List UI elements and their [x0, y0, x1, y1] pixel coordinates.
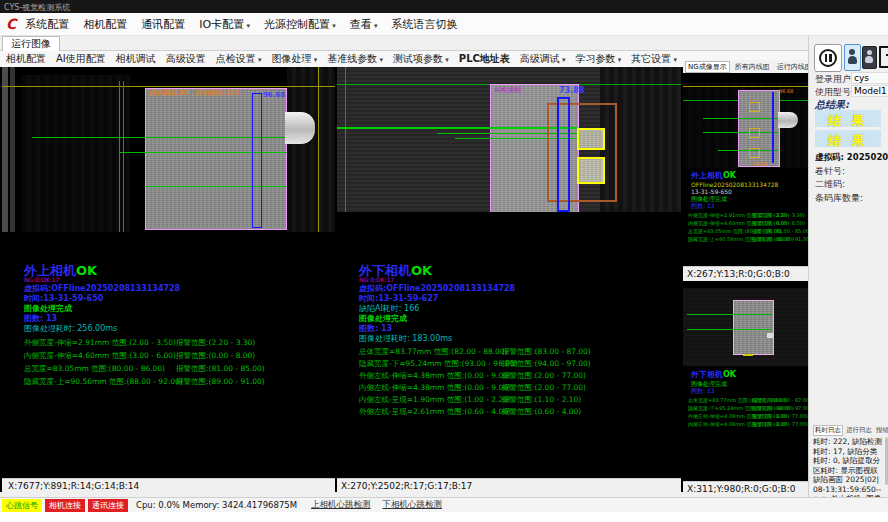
coords-status-strip: X:267;Y:13;R:0;G:0;B:0 [683, 266, 808, 281]
log-tab-elapsed[interactable]: 耗时日志 [813, 425, 843, 436]
defect-rect-yellow [749, 128, 760, 138]
mini-count-line: 图数: 13 [691, 202, 715, 211]
defect-mark-yellow [743, 354, 753, 356]
menu-item-light-config[interactable]: 光源控制配置 [264, 17, 336, 32]
window-title: CYS-视觉检测系统 [4, 2, 70, 13]
alarm-range: 报警范围:(0.60 - 4.00) [502, 407, 581, 417]
tab-run-image[interactable]: 运行图像 [2, 36, 60, 51]
mini-time-line: 13-31-59-650 [691, 188, 732, 195]
pause-icon [819, 49, 837, 67]
menu-item-system-config[interactable]: 系统配置 [25, 17, 69, 32]
measure-value-blue: 73.88 [559, 86, 584, 95]
menu-bar: C 系统配置 相机配置 通讯配置 IO卡配置 光源控制配置 查看 系统语言切换 [0, 13, 888, 36]
heartbeat-badge: 心跳信号 [2, 499, 42, 512]
app-window: CYS-视觉检测系统 C 系统配置 相机配置 通讯配置 IO卡配置 光源控制配置… [0, 0, 888, 522]
result-box-1: 结 果 [815, 110, 881, 127]
toolbar-advanced-settings[interactable]: 高级设置 [166, 52, 206, 66]
alarm-range: 报警范围:(83.00 - 87.00) [502, 347, 591, 357]
measurement-left: 外侧左线-伸缩=4.38mm 范围:(0.00 - 9.00) [359, 371, 511, 381]
menu-item-comm-config[interactable]: 通讯配置 [141, 17, 185, 32]
menu-item-view[interactable]: 查看 [350, 17, 378, 32]
model-value[interactable]: Model1 [851, 85, 888, 97]
ng-counter-line: NG:0;OK:17 [24, 276, 59, 283]
pixel-coords: X:7677;Y:891;R:14;G:14;B:14 [8, 481, 139, 491]
mini-tab-strip: NG成像显示 所有内线图 运行内线图 [683, 60, 808, 74]
toolbar-spot-check[interactable]: 点检设置 [216, 52, 262, 66]
mini-tab-ng-display[interactable]: NG成像显示 [685, 61, 730, 73]
alarm-range: 报警范围:(2.00 - 77.00) [752, 413, 808, 419]
pixel-coords: X:270;Y:2502;R:17;G:17;B:17 [341, 481, 472, 491]
toolbar-plc-address-table[interactable]: PLC地址表 [459, 52, 510, 66]
machinery-strip [10, 67, 15, 232]
coords-status-strip: X:7677;Y:891;R:14;G:14;B:14 [2, 478, 335, 493]
toolbar-camera-config[interactable]: 相机配置 [6, 52, 46, 66]
menu-item-camera-config[interactable]: 相机配置 [83, 17, 127, 32]
mini-image-bottom[interactable] [683, 283, 808, 366]
result-text: 结 果 [828, 133, 868, 148]
overlay-value-top: 96.68 [779, 88, 793, 94]
coords-status-strip: X:311;Y:980;R:0;G:0;B:0 [683, 481, 808, 496]
exit-button[interactable] [878, 44, 888, 69]
comm-connection-badge: 通讯连接 [88, 499, 128, 512]
upper-camera-heartbeat-label: 上相机心跳检测 [311, 499, 371, 511]
roi-line-yellow-h [2, 86, 335, 87]
threshold-label: 好的阈值:93，坏的阈值:100 [149, 88, 239, 98]
log-tab-error[interactable]: 报错日志 [875, 426, 888, 435]
exit-door-icon [879, 46, 888, 68]
log-tab-strip: 耗时日志 运行日志 报错日志 [813, 424, 887, 436]
metal-detail [767, 333, 773, 338]
toolbar-advanced-debug[interactable]: 高级调试 [520, 52, 566, 66]
mini-panel-bottom: 外下相机OK 图像处理完成 图数: 13 总体宽度=83.77mm 范围:(82… [683, 281, 808, 495]
ng-counter-line: NG:0;OK:17 [359, 276, 394, 283]
cpu-memory-readout: Cpu: 0.0% Memory: 3424.41796875M [136, 500, 297, 510]
user-icon [849, 49, 855, 55]
metal-clip [778, 112, 798, 128]
login-user-value[interactable]: cys [851, 72, 888, 84]
machinery-right [287, 67, 335, 232]
alarm-range: 报警范围:(94.00 - 97.00) [502, 359, 591, 369]
toolbar-ai-usage-config[interactable]: AI使用配置 [56, 52, 106, 66]
green-line-h [703, 118, 778, 119]
tab-strip: 运行图像 [0, 36, 810, 51]
toolbar-other-settings[interactable]: 其它设置 [631, 52, 677, 66]
mini-tab-all-lines[interactable]: 所有内线图 [733, 62, 772, 72]
coords-status-strip: X:270;Y:2502;R:17;G:17;B:17 [337, 478, 681, 493]
green-line-v [123, 81, 124, 232]
alarm-range: 报警范围:(81.00 - 85.00) [752, 228, 811, 234]
result-ok: OK [723, 370, 736, 379]
camera-image-upper[interactable]: 好的阈值:93，坏的阈值:100 96.68 [2, 67, 335, 232]
barcode-store-count-label: 条码库数量: [815, 192, 863, 205]
admin-mode-button[interactable] [862, 46, 877, 69]
toolbar-test-item-params[interactable]: 测试项参数 [393, 52, 449, 66]
alarm-range: 报警范围:(0.00 - 8.00) [752, 220, 805, 226]
mini-image-top[interactable]: 96.68 90.56 [683, 73, 808, 168]
toolbar-camera-debug[interactable]: 相机调试 [116, 52, 156, 66]
measurement-left: 隐藏宽度-上=90.56mm 范围:(88.00 - 92.00) [24, 377, 183, 387]
roi-line-yellow-h [683, 86, 808, 87]
menu-item-io-config[interactable]: IO卡配置 [199, 17, 250, 32]
operator-mode-button[interactable] [844, 44, 861, 71]
toolbar-baseline-params[interactable]: 基准线参数 [327, 52, 383, 66]
defect-rect-yellow [749, 102, 760, 112]
pause-button[interactable] [814, 44, 842, 72]
ai-detect-box-label: AI检测框 [494, 85, 522, 95]
toolbar-image-processing[interactable]: 图像处理 [272, 52, 318, 66]
alarm-range: 报警范围:(2.00 - 77.00) [502, 383, 586, 393]
defect-rect-yellow [577, 157, 605, 184]
alarm-range: 报警范围:(89.00 - 91.00) [176, 377, 265, 387]
alarm-range: 报警范围:(0.00 - 8.00) [176, 351, 255, 361]
camera-name: 外下相机 [691, 370, 723, 379]
defect-rect-yellow [577, 128, 605, 150]
green-line-h [145, 186, 287, 187]
green-line-h [32, 137, 287, 138]
menu-item-language-switch[interactable]: 系统语言切换 [391, 17, 457, 32]
alarm-range: 报警范围:(81.00 - 85.00) [176, 364, 265, 374]
login-user-label: 登录用户: [815, 73, 854, 86]
mini-count-line: 图数: 13 [691, 387, 715, 396]
green-line-v [119, 81, 120, 232]
camera-image-lower[interactable]: AI检测框 73.88 [337, 67, 681, 212]
log-tab-run[interactable]: 运行日志 [845, 426, 873, 435]
result-ok: OK [411, 263, 432, 278]
mini-camera-title: 外下相机OK [691, 369, 736, 380]
toolbar-learning-params[interactable]: 学习参数 [576, 52, 622, 66]
